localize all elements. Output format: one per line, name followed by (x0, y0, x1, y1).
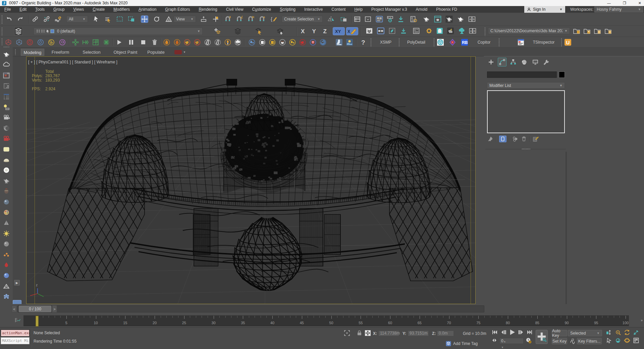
toggle-layer-explorer-icon[interactable] (364, 15, 372, 23)
material-slate-icon[interactable] (413, 27, 420, 35)
go-to-end-button[interactable] (527, 330, 532, 335)
modifier-stack[interactable] (487, 90, 565, 133)
viewport-label[interactable]: [ + ] [ PhysCamera001 ] [ Standard ] [ W… (28, 60, 117, 64)
ab-compare-icon[interactable]: AB (468, 15, 476, 23)
axis-xyz-button[interactable]: X (346, 27, 358, 35)
play-button[interactable] (509, 329, 516, 335)
viewport-shading-label[interactable]: [ Wireframe ] (94, 60, 117, 64)
ribbon-overflow-icon[interactable]: ▼ (174, 50, 186, 54)
active-layer-dropdown[interactable]: 0 (default)▼ (34, 28, 203, 35)
configure-modifier-sets-icon[interactable] (533, 136, 539, 142)
toggle-ribbon-icon[interactable] (376, 15, 383, 23)
menu-customize[interactable]: Customize (248, 7, 276, 12)
paint-box-preset-icon[interactable] (309, 39, 317, 46)
viewport-layout-icon[interactable] (377, 27, 384, 35)
coffee-preset-icon[interactable] (279, 39, 286, 46)
yellow-card-icon[interactable] (3, 146, 10, 153)
phoenix-water-icon[interactable] (37, 39, 44, 46)
layer-manager-icon[interactable] (14, 27, 23, 36)
menu-interactive[interactable]: Interactive (300, 7, 327, 12)
white-ring-icon[interactable] (3, 166, 10, 174)
milk-preset-icon[interactable] (259, 39, 266, 46)
toolbar-drag-handle[interactable] (1, 27, 3, 36)
ab-windows-icon[interactable]: AB (469, 27, 476, 35)
window-crossing-icon[interactable] (128, 15, 135, 23)
create-tab[interactable] (487, 58, 495, 66)
project-folder-dropdown[interactable]: C:\Users\20122\Documents\3ds Max 2020▼ (488, 28, 570, 34)
select-layer-icon[interactable] (276, 27, 284, 35)
cube-ring-icon[interactable] (59, 39, 66, 46)
select-rotate-icon[interactable] (153, 15, 160, 23)
toolbar-drag-handle[interactable] (484, 27, 486, 36)
sphere-gray-icon[interactable] (3, 240, 10, 248)
render-iterative-icon[interactable] (457, 15, 464, 23)
spinner-snap-icon[interactable]: s (258, 15, 266, 23)
pyramid-gray-icon[interactable] (3, 219, 10, 227)
create-layer-icon[interactable] (213, 27, 221, 35)
toggle-scene-explorer-icon[interactable] (354, 15, 361, 23)
honey-preset-icon[interactable] (289, 39, 296, 46)
named-selection-dropdown[interactable]: Create Selection Se▼ (282, 16, 323, 22)
left-toolbar-handle[interactable] (3, 46, 9, 48)
cloud-user-icon[interactable] (458, 27, 466, 35)
purple-diamond-icon[interactable] (449, 39, 456, 46)
edit-named-selections-icon[interactable]: { (270, 15, 278, 23)
add-time-tag[interactable]: Add Time Tag (446, 341, 478, 346)
delete-animation-icon[interactable] (151, 39, 158, 46)
tsinspector-button[interactable]: TSInspector (529, 39, 559, 46)
toolbar-drag-handle[interactable] (433, 38, 435, 47)
rollout-separator-dots[interactable] (522, 148, 530, 150)
phoenix-fire-icon[interactable] (26, 39, 34, 46)
green-arrow-icon[interactable] (82, 39, 89, 46)
maxscript-mini-listener-pink[interactable]: actionMan.exe (1, 330, 30, 337)
beer-preset-icon[interactable] (269, 39, 276, 46)
menu-arnold[interactable]: Arnold (412, 7, 432, 12)
axis-y-button[interactable]: Y (311, 27, 318, 35)
display-tab[interactable] (531, 58, 540, 66)
sphere-shiny-icon[interactable] (3, 198, 10, 206)
toolbar-drag-handle[interactable] (561, 38, 562, 47)
viewport-camera-label[interactable]: [ PhysCamera001 ] (36, 60, 71, 64)
percent-snap-icon[interactable]: % (247, 15, 254, 23)
select-manipulate-icon[interactable] (212, 15, 219, 23)
select-link-icon[interactable] (32, 15, 39, 23)
viewport[interactable]: z [ + ] [ PhysCamera001 ] [ Standard ] [… (26, 56, 476, 304)
axis-xy-button[interactable]: XY (333, 27, 345, 35)
time-configuration-button[interactable] (525, 337, 532, 344)
select-scale-icon[interactable] (165, 15, 172, 23)
menu-help[interactable]: Help (350, 7, 367, 12)
chevron-window-icon[interactable] (366, 27, 373, 35)
green-grid-icon[interactable] (92, 39, 99, 46)
teapot-white-icon[interactable] (3, 51, 10, 58)
y-coord-field[interactable]: 93.7151m (408, 331, 429, 336)
mirror-icon[interactable] (327, 15, 335, 23)
render-setup-icon[interactable] (423, 15, 430, 23)
rb-plugin-icon[interactable]: RB (461, 39, 468, 46)
menu-content[interactable]: Content (327, 7, 350, 12)
smoke-preset-icon[interactable] (204, 39, 211, 46)
expand-toolbar-button[interactable]: ▶ (14, 280, 20, 286)
workspace-dropdown[interactable]: Hosny Fahmy▼ (594, 6, 643, 12)
go-to-start-button[interactable] (492, 330, 497, 335)
menu-phoenix-fd[interactable]: Phoenix FD (432, 7, 462, 12)
render-list-icon[interactable] (3, 82, 10, 90)
explosion-preset-icon[interactable] (183, 39, 191, 46)
key-mode-icon[interactable] (570, 338, 576, 344)
isolate-selection-icon[interactable] (344, 330, 350, 336)
import-download-icon[interactable] (400, 27, 407, 35)
close-button[interactable]: ✕ (638, 1, 641, 5)
ribbon-tab-object-paint[interactable]: Object Paint (109, 49, 142, 56)
track-bar-ruler[interactable]: 0510152025303540455055606570758085909510… (23, 315, 629, 326)
toolbar-drag-handle[interactable] (1, 15, 3, 24)
viewport-style-label[interactable]: [ Standard ] (72, 60, 93, 64)
power-hand-icon[interactable] (447, 27, 454, 35)
next-frame-button[interactable]: > (52, 305, 57, 312)
add-to-layer-icon[interactable] (255, 27, 262, 35)
menu-file[interactable]: File (0, 7, 15, 12)
orbit-sub-icon[interactable] (624, 337, 630, 344)
toolbar-drag-handle[interactable] (398, 38, 400, 47)
select-by-name-icon[interactable] (104, 15, 111, 23)
trackbar-expand-arrows[interactable]: » (641, 318, 643, 322)
rect-selection-icon[interactable] (116, 15, 123, 23)
menu-rendering[interactable]: Rendering (194, 7, 221, 12)
